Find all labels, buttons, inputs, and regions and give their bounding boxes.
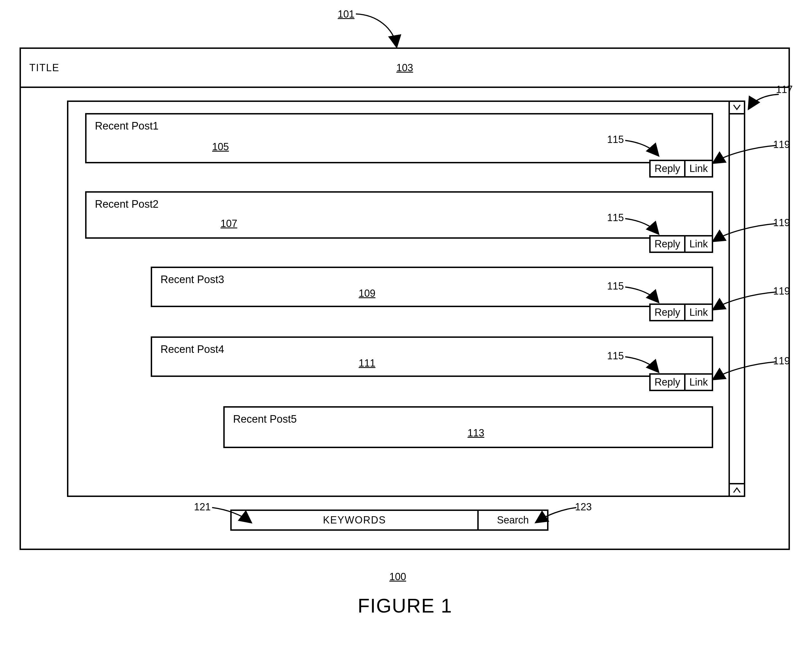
post-ref: 107 [221,218,237,230]
title-label: TITLE [29,62,59,74]
window-body: Recent Post1 105 Reply Link Recent Post2… [21,88,788,547]
reply-button[interactable]: Reply [651,161,684,176]
leader-115-4 [624,355,660,374]
leader-119-3 [713,290,777,312]
link-button[interactable]: Link [685,375,712,390]
leader-119-2 [713,221,777,244]
leader-121 [211,505,253,525]
leader-123 [536,505,578,525]
post-ref: 113 [467,427,484,439]
chevron-down-collapsed-icon [733,104,741,111]
search-row: KEYWORDS Search [230,510,548,531]
title-ref: 103 [397,62,413,74]
scroll-down-button[interactable] [730,483,744,496]
ref-121: 121 [194,501,211,513]
patent-figure-canvas: 101 TITLE 103 Recent Post1 105 Reply [0,0,810,672]
ref-100: 100 [389,571,406,583]
leader-101 [354,12,405,51]
leader-115-3 [624,285,660,304]
reply-button[interactable]: Reply [651,305,684,320]
leader-115-2 [624,216,660,236]
link-button[interactable]: Link [685,236,712,252]
ref-115-1: 115 [607,134,624,145]
leader-119-4 [713,360,777,382]
link-button[interactable]: Link [685,161,712,176]
scroll-up-button[interactable] [730,102,744,115]
post-ref: 109 [359,287,375,299]
leader-117 [748,92,781,111]
post-ref: 111 [359,357,375,369]
chevron-up-icon [733,486,741,494]
reply-button[interactable]: Reply [651,375,684,390]
post-title: Recent Post2 [95,198,704,210]
post-actions: Reply Link [649,304,713,321]
ref-101: 101 [338,8,354,20]
figure-caption: FIGURE 1 [358,595,452,617]
ref-115-4: 115 [607,350,624,362]
post-actions: Reply Link [649,160,713,177]
leader-119-1 [713,143,777,165]
keywords-input[interactable]: KEYWORDS [232,511,477,529]
reply-button[interactable]: Reply [651,236,684,252]
application-window: TITLE 103 Recent Post1 105 Reply Link [20,47,790,550]
post-actions: Reply Link [649,373,713,391]
post-title: Recent Post5 [233,413,704,425]
link-button[interactable]: Link [685,305,712,320]
post-ref: 105 [212,141,229,153]
leader-115-1 [624,138,660,158]
title-bar: TITLE 103 [21,49,788,88]
ref-115-3: 115 [607,280,624,292]
post-title: Recent Post1 [95,120,704,132]
ref-115-2: 115 [607,212,624,224]
post-5: Recent Post5 113 [223,406,713,448]
post-actions: Reply Link [649,235,713,253]
